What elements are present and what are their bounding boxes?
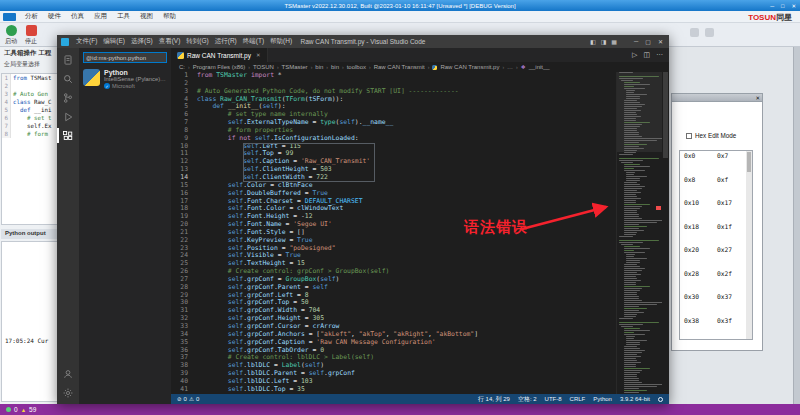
hex-row[interactable]: 0x80xf: [680, 175, 752, 199]
menu-item[interactable]: 文件(F): [73, 37, 100, 46]
language-mode[interactable]: Python: [593, 396, 612, 402]
hex-value: 0xf: [713, 176, 746, 199]
extensions-icon[interactable]: [57, 126, 79, 145]
close-icon[interactable]: ✕: [658, 38, 663, 45]
hex-window-titlebar[interactable]: ✕: [671, 93, 763, 102]
warnings-icon: ⚠: [189, 396, 194, 402]
code-text: [11, 82, 13, 90]
menu-item[interactable]: 选择(S): [128, 37, 156, 46]
more-actions-icon[interactable]: ⋯: [656, 51, 663, 59]
breadcrumb-item[interactable]: Raw CAN Transmit.py: [440, 64, 499, 70]
breadcrumb-item[interactable]: bin: [315, 64, 323, 70]
breadcrumb-item[interactable]: Program Files (x86): [193, 64, 246, 70]
hex-row[interactable]: 0x300x37: [680, 292, 752, 316]
tab-raw-can-transmit-py[interactable]: Raw CAN Transmit.py ✕: [171, 48, 268, 62]
breadcrumb-item[interactable]: toolbox: [347, 64, 366, 70]
line-number-gutter: 1234567891011121314151617181920212223242…: [171, 72, 193, 394]
code-editor[interactable]: 1234567891011121314151617181920212223242…: [171, 72, 669, 394]
search-icon[interactable]: [57, 69, 79, 88]
hex-list-scrollbar[interactable]: [746, 151, 752, 339]
hex-row[interactable]: 0x380x3f: [680, 316, 752, 340]
toolbar-icon[interactable]: [705, 28, 714, 37]
tsmaster-title: TSMaster v2022.12.30.012, Built @2023-01…: [284, 3, 515, 9]
customize-layout-icon[interactable]: ▦: [611, 38, 617, 45]
menu-item[interactable]: 运行(R): [212, 37, 240, 46]
close-icon[interactable]: ✕: [755, 94, 760, 102]
app-menu-button[interactable]: [3, 13, 16, 21]
run-python-file-icon[interactable]: ▷: [632, 51, 637, 59]
ribbon-tab[interactable]: 分析: [20, 11, 43, 22]
account-icon[interactable]: [57, 364, 79, 383]
verified-publisher-icon: ✓: [104, 83, 110, 89]
maximize-icon[interactable]: □: [781, 3, 784, 9]
menu-item[interactable]: 转到(G): [183, 37, 211, 46]
hex-value: 0x7: [713, 152, 746, 175]
breadcrumb-item[interactable]: …: [507, 64, 513, 70]
hex-row[interactable]: 0x200x27: [680, 245, 752, 269]
activity-bar: [57, 48, 79, 404]
breadcrumb-item[interactable]: TOSUN: [253, 64, 274, 70]
minimap-slider[interactable]: [617, 72, 662, 152]
toolbar-extra-icons: [690, 28, 714, 37]
left-panel-subtitle[interactable]: 全局变量选择: [4, 60, 40, 69]
code-area[interactable]: from TSMaster import *# Auto Generated P…: [193, 72, 616, 394]
bell-icon[interactable]: [658, 397, 663, 402]
python-interpreter[interactable]: 3.9.2 64-bit: [620, 396, 650, 402]
ribbon-tab[interactable]: 视图: [135, 11, 158, 22]
indentation[interactable]: 空格: 2: [518, 395, 537, 404]
settings-gear-icon[interactable]: [57, 383, 79, 402]
ribbon-tab[interactable]: 工具: [112, 11, 135, 22]
menu-item[interactable]: 编辑(E): [100, 37, 128, 46]
vscode-window: 文件(F)编辑(E)选择(S)查看(V)转到(G)运行(R)终端(T)帮助(H)…: [57, 35, 669, 404]
problems-indicator[interactable]: ⊘ 0 ⚠ 0: [177, 396, 199, 402]
encoding[interactable]: UTF-8: [545, 396, 562, 402]
toolbar-icon[interactable]: [690, 28, 699, 37]
tosun-logo: TOSUN同星: [748, 11, 792, 23]
minimize-icon[interactable]: ─: [770, 3, 774, 9]
toggle-sidebar-icon[interactable]: ◧: [590, 38, 596, 45]
code-text: # form: [11, 130, 48, 138]
run-debug-icon[interactable]: [57, 107, 79, 126]
close-icon[interactable]: ✕: [791, 3, 796, 9]
extensions-search-input[interactable]: [83, 52, 167, 63]
toolbar-button[interactable]: 启动: [5, 25, 17, 46]
ribbon-tab[interactable]: 硬件: [43, 11, 66, 22]
line-number: 5: [171, 103, 193, 111]
source-control-icon[interactable]: [57, 88, 79, 107]
scrollbar-thumb[interactable]: [663, 72, 668, 158]
hex-value: 0x38: [680, 317, 713, 340]
breadcrumb-item[interactable]: C:: [179, 64, 185, 70]
hex-row[interactable]: 0x280x2f: [680, 269, 752, 293]
cursor-position[interactable]: 行 14, 列 29: [478, 395, 510, 404]
toolbar-button[interactable]: 停止: [25, 25, 37, 46]
hex-value-list[interactable]: 0x00x70x80xf0x100x170x180x1f0x200x270x28…: [679, 150, 753, 340]
hex-value: 0x20: [680, 246, 713, 269]
eol-sequence[interactable]: CRLF: [570, 396, 586, 402]
minimap[interactable]: [616, 72, 662, 394]
split-editor-icon[interactable]: ◫: [643, 51, 650, 59]
breadcrumb-item[interactable]: bin: [331, 64, 339, 70]
close-tab-icon[interactable]: ✕: [256, 52, 261, 58]
extension-card[interactable]: Python IntelliSense (Pylance), Linti… ✓ …: [79, 67, 171, 91]
hex-edit-mode-checkbox[interactable]: Hex Edit Mode: [686, 132, 736, 139]
breadcrumb-item[interactable]: __init__: [529, 64, 550, 70]
menu-item[interactable]: 帮助(H): [267, 37, 295, 46]
breadcrumb-item[interactable]: TSMaster: [282, 64, 308, 70]
tsmaster-ribbon-tabs: 分析硬件仿真应用工具视图帮助 TOSUN同星: [0, 11, 800, 23]
toggle-panel-icon[interactable]: ◨: [601, 38, 607, 45]
menu-item[interactable]: 终端(T): [240, 37, 267, 46]
chevron-right-icon: ›: [342, 64, 344, 70]
hex-row[interactable]: 0x100x17: [680, 198, 752, 222]
hex-row[interactable]: 0x00x7: [680, 151, 752, 175]
editor-scrollbar[interactable]: [662, 72, 669, 394]
explorer-icon[interactable]: [57, 50, 79, 69]
ribbon-tab[interactable]: 帮助: [158, 11, 181, 22]
restore-icon[interactable]: ▢: [645, 38, 651, 45]
minimize-icon[interactable]: ─: [634, 38, 638, 45]
ribbon-tab[interactable]: 仿真: [66, 11, 89, 22]
hex-row[interactable]: 0x180x1f: [680, 222, 752, 246]
menu-item[interactable]: 查看(V): [156, 37, 184, 46]
ribbon-tab[interactable]: 应用: [89, 11, 112, 22]
errors-icon: ⊘: [177, 396, 182, 402]
breadcrumb-item[interactable]: Raw CAN Transmit: [374, 64, 425, 70]
